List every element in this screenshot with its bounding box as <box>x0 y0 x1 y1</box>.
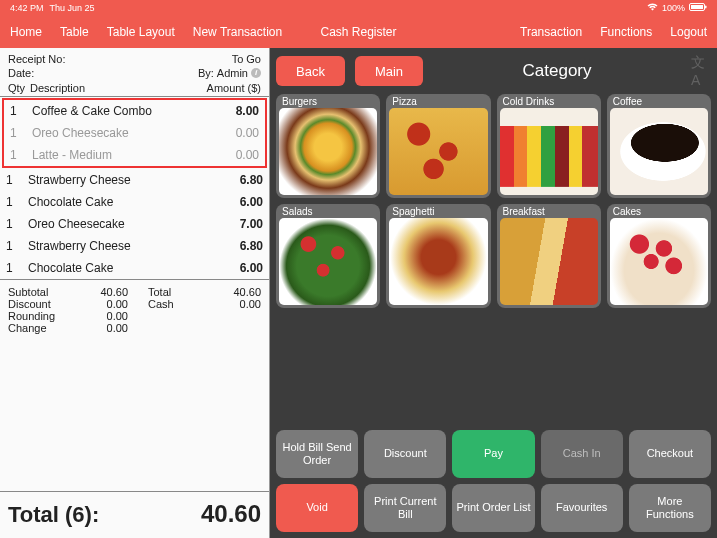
category-cold-drinks[interactable]: Cold Drinks <box>497 94 601 198</box>
receipt-togo: To Go <box>232 52 261 66</box>
receipt-panel: Receipt No: To Go Date: By: Admin i Qty … <box>0 48 270 538</box>
line-item[interactable]: 1 Strawberry Cheese 6.80 <box>0 235 269 257</box>
line-item[interactable]: 1 Strawberry Cheese 6.80 <box>0 169 269 191</box>
back-button[interactable]: Back <box>276 56 345 86</box>
line-item[interactable]: 1 Chocolate Cake 6.00 <box>0 257 269 279</box>
status-time: 4:42 PM <box>10 3 44 13</box>
category-cakes[interactable]: Cakes <box>607 204 711 308</box>
main-button[interactable]: Main <box>355 56 423 86</box>
category-grid: Burgers Pizza Cold Drinks Coffee Salads … <box>276 94 711 308</box>
favourites-button[interactable]: Favourites <box>541 484 623 532</box>
nav-table-layout[interactable]: Table Layout <box>107 25 175 39</box>
svg-rect-1 <box>691 5 703 9</box>
pay-button[interactable]: Pay <box>452 430 534 478</box>
right-panel: Back Main Category 文A Burgers Pizza Cold… <box>270 48 717 538</box>
nav-table[interactable]: Table <box>60 25 89 39</box>
nav-title: Cash Register <box>320 25 396 39</box>
discount-button[interactable]: Discount <box>364 430 446 478</box>
category-salads[interactable]: Salads <box>276 204 380 308</box>
grand-total: Total (6): 40.60 <box>0 491 269 538</box>
cold-drinks-image <box>500 108 598 195</box>
print-current-bill-button[interactable]: Print Current Bill <box>364 484 446 532</box>
nav-logout[interactable]: Logout <box>670 25 707 39</box>
coffee-image <box>610 108 708 195</box>
col-desc: Description <box>30 82 207 94</box>
breakfast-image <box>500 218 598 305</box>
line-item[interactable]: 1 Oreo Cheesecake 7.00 <box>0 213 269 235</box>
wifi-icon <box>647 3 658 13</box>
language-icon[interactable]: 文A <box>691 61 711 81</box>
col-qty: Qty <box>8 82 30 94</box>
more-functions-button[interactable]: More Functions <box>629 484 711 532</box>
by-value: Admin <box>217 66 248 80</box>
action-grid: Hold Bill Send Order Discount Pay Cash I… <box>276 430 711 532</box>
totals-block: Subtotal 40.60 Total 40.60 Discount 0.00… <box>0 280 269 340</box>
pizza-image <box>389 108 487 195</box>
status-date: Thu Jun 25 <box>50 3 95 13</box>
cash-in-button[interactable]: Cash In <box>541 430 623 478</box>
category-pizza[interactable]: Pizza <box>386 94 490 198</box>
col-amt: Amount ($) <box>207 82 261 94</box>
nav-new-transaction[interactable]: New Transaction <box>193 25 282 39</box>
nav-transaction[interactable]: Transaction <box>520 25 582 39</box>
hold-bill-button[interactable]: Hold Bill Send Order <box>276 430 358 478</box>
line-item-child[interactable]: 1 Oreo Cheesecake 0.00 <box>4 122 265 144</box>
cakes-image <box>610 218 708 305</box>
combo-highlight: 1 Coffee & Cake Combo 8.00 1 Oreo Cheese… <box>2 98 267 168</box>
line-item[interactable]: 1 Chocolate Cake 6.00 <box>0 191 269 213</box>
grand-label: Total (6): <box>8 502 99 528</box>
info-icon[interactable]: i <box>251 68 261 78</box>
category-coffee[interactable]: Coffee <box>607 94 711 198</box>
salads-image <box>279 218 377 305</box>
category-burgers[interactable]: Burgers <box>276 94 380 198</box>
void-button[interactable]: Void <box>276 484 358 532</box>
battery-icon <box>689 3 707 13</box>
checkout-button[interactable]: Checkout <box>629 430 711 478</box>
burger-image <box>279 108 377 195</box>
category-spaghetti[interactable]: Spaghetti <box>386 204 490 308</box>
grand-value: 40.60 <box>201 500 261 528</box>
nav-functions[interactable]: Functions <box>600 25 652 39</box>
battery-pct: 100% <box>662 3 685 13</box>
line-item[interactable]: 1 Coffee & Cake Combo 8.00 <box>4 100 265 122</box>
spaghetti-image <box>389 218 487 305</box>
line-item-child[interactable]: 1 Latte - Medium 0.00 <box>4 144 265 166</box>
print-order-list-button[interactable]: Print Order List <box>452 484 534 532</box>
nav-home[interactable]: Home <box>10 25 42 39</box>
receipt-no-label: Receipt No: <box>8 52 65 66</box>
category-breakfast[interactable]: Breakfast <box>497 204 601 308</box>
svg-rect-2 <box>705 6 707 9</box>
by-label: By: <box>198 66 214 80</box>
status-bar: 4:42 PM Thu Jun 25 100% <box>0 0 717 16</box>
nav-bar: Home Table Table Layout New Transaction … <box>0 16 717 48</box>
date-label: Date: <box>8 66 34 80</box>
category-title: Category <box>433 61 681 81</box>
